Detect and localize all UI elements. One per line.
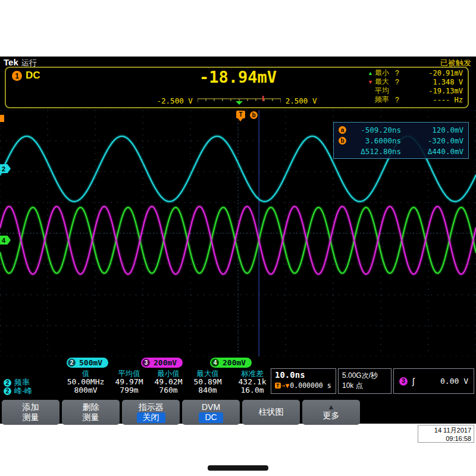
trigger-slope-icon: ʃ bbox=[412, 376, 414, 386]
bezel-notch bbox=[208, 465, 268, 471]
record-length-readout: 10k 点 bbox=[342, 381, 387, 391]
time-label: 09:16:58 bbox=[421, 434, 471, 443]
cursor-a-row: a -509.20ns 120.0mV bbox=[339, 124, 464, 135]
acquisition-settings-box[interactable]: 5.00G次/秒 10k 点 bbox=[338, 368, 392, 394]
measurement-row-freq: 50.00MHz 49.97M 49.02M 50.89M 432.1k bbox=[62, 377, 277, 386]
dvm-button[interactable]: DVM DC bbox=[182, 400, 240, 425]
cursor-delta-row: Δ512.80ns Δ440.0mV bbox=[339, 146, 464, 156]
cursor-b-marker-icon[interactable]: b bbox=[250, 111, 258, 119]
delete-measurement-button[interactable]: 删除 测量 bbox=[62, 400, 120, 425]
add-measurement-button[interactable]: 添加 测量 bbox=[2, 400, 60, 425]
timebase-readout: 10.0ns bbox=[275, 370, 332, 380]
max-marker-icon: ▼ bbox=[368, 79, 375, 85]
trigger-t-icon: T bbox=[275, 383, 281, 389]
trigger-source-badge: 3 bbox=[399, 377, 408, 386]
cursor-readout-box: a -509.20ns 120.0mV b 3.6000ns -320.0mV … bbox=[333, 122, 469, 159]
channel-3-scale-pill[interactable]: 3 200mV bbox=[141, 358, 183, 368]
trigger-arrow-icon: →▼ bbox=[281, 381, 290, 390]
range-max-label: 2.500 V bbox=[286, 96, 317, 105]
date-label: 14 11月2017 bbox=[421, 426, 471, 434]
cursor-b-row: b 3.6000ns -320.0mV bbox=[339, 135, 464, 146]
level-marker-icon bbox=[262, 96, 264, 101]
measurement-row-pkpk: 800mV 799m 760m 840m 16.0m bbox=[62, 386, 277, 394]
tek-logo: Tek bbox=[4, 57, 18, 67]
horizontal-settings-box[interactable]: 10.0ns T →▼ 0.000000 s bbox=[271, 368, 336, 394]
trigger-settings-box[interactable]: 3 ʃ 0.00 V bbox=[393, 368, 474, 394]
more-button[interactable]: ▲ 更多 bbox=[302, 400, 360, 425]
histogram-button[interactable]: 柱状图 bbox=[242, 400, 300, 425]
datetime-display: 14 11月2017 09:16:58 bbox=[418, 425, 474, 443]
channel-4-scale-pill[interactable]: 4 200mV bbox=[210, 358, 252, 368]
channel-2-scale-pill[interactable]: 2 500mV bbox=[67, 358, 108, 368]
trigger-position-icon[interactable]: T bbox=[236, 111, 245, 118]
stat-min: ▲ 最小 ? -20.91mV bbox=[368, 68, 463, 77]
trigger-position-readout: T →▼ 0.000000 s bbox=[275, 381, 332, 390]
min-marker-icon: ▲ bbox=[368, 70, 375, 76]
cursor-a-badge: a bbox=[339, 126, 346, 134]
sample-rate-readout: 5.00G次/秒 bbox=[342, 371, 387, 381]
dvm-mode-chip: DC bbox=[199, 412, 223, 423]
range-scale: -2.500 V 2.500 V bbox=[6, 94, 468, 107]
indicators-state-chip: 关闭 bbox=[137, 412, 165, 423]
indicators-button[interactable]: 指示器 关闭 bbox=[122, 400, 180, 425]
measurement-banner: 1 DC -18.94mV ▲ 最小 ? -20.91mV ▼ 最大 ? 1.3… bbox=[5, 67, 469, 108]
range-ruler bbox=[198, 96, 281, 105]
ground-marker-icon bbox=[236, 101, 243, 105]
trigger-level-readout: 0.00 V bbox=[440, 377, 468, 386]
coupling-label: DC bbox=[26, 70, 40, 82]
measurement-row-label-pkpk: 2 峰-峰 bbox=[4, 386, 32, 396]
channel-1-badge: 1 bbox=[12, 71, 22, 81]
dvm-reading: -18.94mV bbox=[125, 68, 351, 86]
range-min-label: -2.500 V bbox=[157, 96, 193, 105]
oscilloscope-screen: Tek 运行 已被触发 1 DC -18.94mV ▲ 最小 ? -20.91m… bbox=[0, 57, 476, 424]
cursor-b-badge: b bbox=[339, 137, 346, 145]
chevron-up-icon: ▲ bbox=[328, 404, 335, 411]
stat-max: ▼ 最大 ? 1.348 V bbox=[368, 77, 463, 86]
cursor-a-edge-marker-icon[interactable] bbox=[0, 115, 4, 122]
